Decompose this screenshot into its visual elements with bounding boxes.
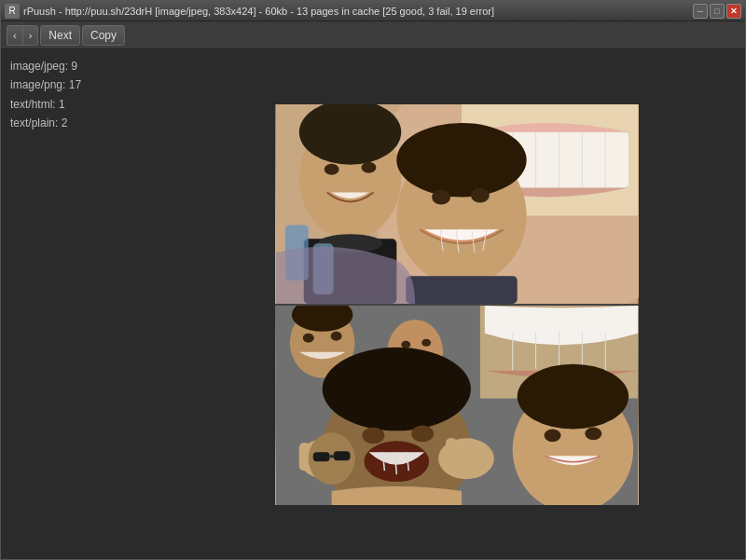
image-top [275,104,639,304]
sidebar-item-html: text/html: 1 [10,95,159,114]
next-button[interactable]: Next [40,25,80,46]
svg-rect-56 [474,443,485,471]
image-display [275,104,639,505]
svg-point-40 [421,338,431,346]
svg-point-19 [471,187,490,202]
svg-point-35 [303,333,314,342]
svg-point-17 [396,122,526,197]
minimize-button[interactable]: ─ [693,4,708,19]
toolbar: ‹ › Next Copy [1,21,745,49]
nav-arrows: ‹ › [7,25,38,46]
svg-rect-24 [406,276,517,304]
sidebar-item-plain: text/plain: 2 [10,114,159,132]
svg-rect-62 [313,452,330,461]
svg-point-44 [411,425,434,442]
svg-rect-55 [460,440,471,472]
svg-point-39 [401,340,410,348]
svg-point-36 [331,331,342,340]
content-area: image/jpeg: 9 image/png: 17 text/html: 1… [1,49,745,559]
svg-point-59 [545,429,561,442]
close-button[interactable]: ✕ [726,4,741,19]
svg-point-58 [518,363,629,429]
forward-button[interactable]: › [22,25,39,46]
window-title: rPuush - http://puu.sh/23drH [image/jpeg… [20,6,693,17]
maximize-button[interactable]: □ [710,4,725,19]
image-container [169,49,745,559]
svg-point-43 [362,427,384,444]
svg-rect-64 [330,455,335,458]
svg-point-13 [361,161,376,172]
svg-point-60 [585,427,601,440]
svg-point-12 [325,163,339,174]
title-bar: R rPuush - http://puu.sh/23drH [image/jp… [1,1,745,21]
svg-rect-54 [446,438,457,472]
image-bottom [275,306,639,505]
svg-point-18 [432,189,450,204]
svg-rect-63 [334,451,351,460]
window-controls: ─ □ ✕ [693,4,741,19]
main-window: R rPuush - http://puu.sh/23drH [image/jp… [0,0,746,560]
sidebar-item-jpeg: image/jpeg: 9 [10,57,159,75]
back-button[interactable]: ‹ [7,25,22,46]
sidebar: image/jpeg: 9 image/png: 17 text/html: 1… [1,49,169,559]
app-icon: R [5,4,20,19]
sidebar-item-png: image/png: 17 [10,75,159,94]
copy-button[interactable]: Copy [82,25,125,46]
svg-point-42 [323,347,471,430]
